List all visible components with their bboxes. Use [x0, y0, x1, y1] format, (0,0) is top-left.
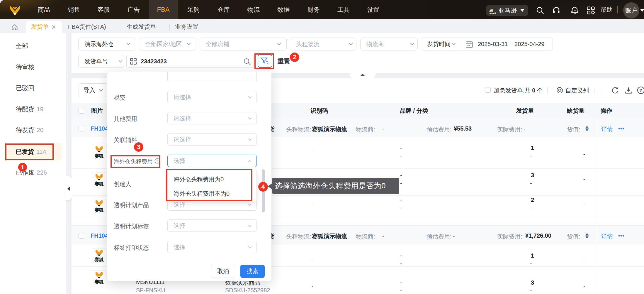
svg-text:?: ?	[640, 88, 642, 93]
svg-text:a: a	[489, 6, 493, 14]
